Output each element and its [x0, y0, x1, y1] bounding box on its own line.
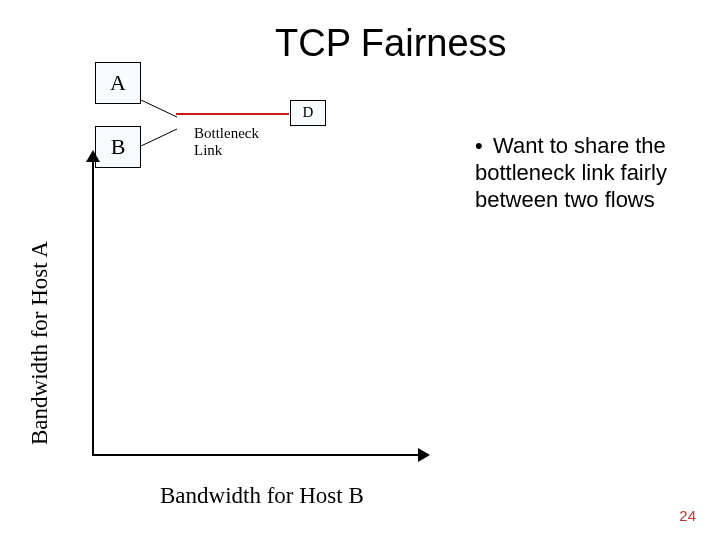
slide-number: 24 — [679, 507, 696, 524]
bottleneck-label-line2: Link — [194, 142, 222, 158]
y-axis-label: Bandwidth for Host A — [27, 115, 67, 445]
node-a-box: A — [95, 62, 141, 104]
bullet-point: •Want to share the bottleneck link fairl… — [475, 133, 700, 213]
node-d-box: D — [290, 100, 326, 126]
bullet-text: Want to share the bottleneck link fairly… — [475, 133, 667, 212]
flow-line-a — [141, 100, 177, 121]
bullet-dot-icon: • — [475, 133, 493, 160]
x-axis-arrowhead-icon — [418, 448, 430, 462]
bottleneck-label-line1: Bottleneck — [194, 125, 259, 141]
y-axis-line — [92, 160, 94, 456]
flow-line-b — [141, 125, 177, 146]
svg-line-0 — [141, 100, 177, 117]
bottleneck-link-line — [176, 113, 289, 115]
slide-title: TCP Fairness — [275, 22, 507, 65]
svg-line-1 — [141, 129, 177, 146]
x-axis-line — [92, 454, 420, 456]
bottleneck-link-label: Bottleneck Link — [194, 125, 259, 160]
x-axis-label: Bandwidth for Host B — [160, 483, 364, 509]
y-axis-arrowhead-icon — [86, 150, 100, 162]
node-b-box: B — [95, 126, 141, 168]
